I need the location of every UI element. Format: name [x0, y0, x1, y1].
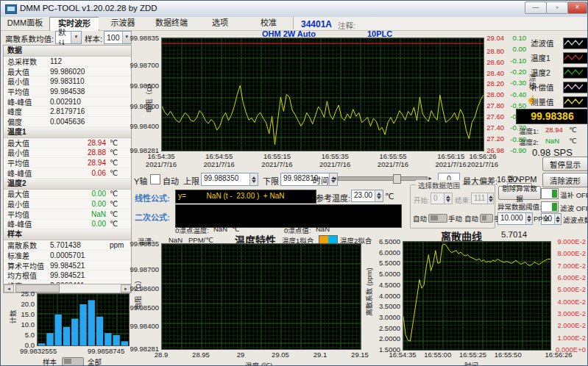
- axis-tick: 25.0: [21, 290, 35, 298]
- axis-tick: 0.10: [513, 34, 527, 42]
- axis-tick: 5.0: [25, 331, 35, 339]
- clear-waveform-button[interactable]: 清除波形: [542, 173, 588, 187]
- axis-tick: 27.20: [486, 134, 504, 142]
- legend-item-5[interactable]: 测量值: [531, 96, 588, 107]
- dispersion-right-axis: 9.000E-28.000E-27.000E-26.000E-25.000E-2…: [551, 241, 587, 349]
- spinner-arrows[interactable]: [525, 213, 532, 224]
- scroll-left-icon[interactable]: ◄: [4, 284, 14, 293]
- axis-tick: 6.000E-2: [557, 273, 586, 281]
- spinner-arrows[interactable]: [444, 193, 452, 204]
- axis-tick: 2.5000: [379, 323, 400, 331]
- upper-limit-input[interactable]: 99.988350: [201, 173, 258, 186]
- stat-row: 偏度0.0045636: [4, 117, 131, 127]
- spinner-arrows[interactable]: [554, 214, 561, 224]
- axis-tick: 99.98600: [130, 81, 159, 89]
- legend-item-1[interactable]: 滤波值: [531, 37, 588, 49]
- close-button[interactable]: ×: [567, 1, 587, 14]
- temp-comp-checkbox[interactable]: [541, 188, 559, 199]
- axis-tick: 4.000E-2: [557, 297, 586, 305]
- axis-tick: 29.15: [351, 351, 369, 359]
- linear-formula-label: 线性公式:: [135, 192, 170, 204]
- range-start-input[interactable]: 0: [431, 193, 453, 204]
- filter-points-label: 滤波点数: [563, 215, 588, 225]
- tab-calibration[interactable]: 校准: [244, 17, 294, 29]
- histogram-yaxis: 25.020.015.010.05.00.0: [18, 293, 35, 345]
- legend-label: 补偿值: [531, 82, 563, 93]
- axis-tick: -0.90: [510, 146, 526, 154]
- outlier-threshold-unit: PPM: [534, 215, 549, 223]
- temp2-readout-value: NaN: [545, 137, 559, 145]
- axis-tick: 3.000E-2: [557, 309, 586, 317]
- axis-tick: 7.000E-2: [557, 261, 586, 269]
- dispersion-mean-dropdown[interactable]: 默认 ▼: [55, 31, 82, 44]
- axis-tick: 27.60: [486, 112, 504, 121]
- axis-tick: 16:55:00: [424, 351, 451, 359]
- legend-label: 测量值: [531, 96, 563, 107]
- dispersion-plot: [403, 241, 551, 351]
- outlier-threshold-input[interactable]: 10.000: [497, 212, 533, 225]
- spinner-arrows[interactable]: [487, 193, 493, 204]
- axis-tick: -0.20: [510, 67, 526, 75]
- histogram-xmax: 99.9858745: [88, 347, 124, 355]
- spinner-arrows[interactable]: [249, 173, 258, 185]
- slider-thumb[interactable]: [393, 174, 401, 184]
- axis-tick: -0.30: [510, 79, 526, 87]
- spinner-arrows[interactable]: [375, 190, 383, 201]
- temp2-readout-label: 温度2:: [519, 137, 539, 147]
- axis-tick: 5.000E-2: [557, 285, 586, 293]
- axis-tick: 4.0000: [379, 291, 400, 299]
- legend-item-3[interactable]: 温度2: [531, 67, 588, 78]
- axis-tick: 16:54:35: [389, 351, 417, 359]
- slider-left-icon[interactable]: ◄: [332, 176, 338, 181]
- axis-tick: 5.5000: [379, 259, 400, 267]
- minimize-button[interactable]: —: [525, 1, 547, 14]
- axis-tick: 99.98500: [130, 101, 159, 110]
- temp1-readout-unit: ℃: [569, 126, 577, 134]
- histogram-xmin: 99.9832555: [20, 347, 57, 355]
- stats-section-header: 温度1: [4, 127, 131, 138]
- pause-display-button[interactable]: 暂停显示: [542, 157, 588, 171]
- legend-item-4[interactable]: 补偿值: [531, 82, 588, 93]
- remove-outliers-button[interactable]: 剔除异常数据: [498, 186, 541, 200]
- axis-tick: 10.0: [21, 320, 35, 329]
- filter-checkbox[interactable]: [541, 201, 559, 212]
- temp-char-yaxis: 99.9883599.9870099.9860099.9850099.98400…: [126, 243, 160, 348]
- range-start-auto-label: 自动: [413, 213, 427, 223]
- axis-tick: 16:54:352021/7/16: [146, 152, 177, 168]
- stats-section-header: 样本: [4, 229, 131, 240]
- app-icon: [5, 4, 17, 14]
- axis-tick: 16:55:152021/7/16: [261, 152, 292, 168]
- sample-count-label: 样本:: [85, 33, 102, 44]
- range-start-auto-toggle[interactable]: [428, 214, 447, 223]
- stat-row: 峰-峰值0.06℃: [4, 168, 131, 179]
- temp-comp-label: 温补 OFF: [560, 190, 588, 200]
- temp-char-xlabel: 温度 (℃): [245, 360, 272, 366]
- legend-label: 温度2: [531, 67, 563, 78]
- axis-tick: 27.40: [486, 123, 504, 131]
- waveform-icon: [563, 67, 588, 79]
- temp2-readout-unit: ℃: [569, 137, 577, 145]
- ref-temp-label: 参考温度:: [316, 192, 350, 204]
- axis-tick: -0.50: [510, 101, 526, 109]
- maximize-button[interactable]: ▫: [546, 1, 568, 14]
- tab-options[interactable]: 选项: [196, 17, 245, 29]
- axis-tick: 29.1: [314, 351, 327, 359]
- main-waveform-plot: [161, 37, 484, 151]
- range-end-auto-toggle[interactable]: [480, 214, 493, 223]
- waveform-icon: [563, 52, 588, 64]
- hist-all-label: 全部: [88, 356, 102, 366]
- dispersion-xaxis: 16:54:3516:55:0016:55:2516:55:5016:56:26: [403, 351, 559, 359]
- ref-temp-input[interactable]: 23.00: [351, 190, 383, 202]
- sample-all-toggle[interactable]: [62, 357, 84, 366]
- range-end-input[interactable]: 111: [471, 193, 494, 204]
- tab-oscilloscope[interactable]: 示波器: [99, 17, 148, 29]
- title-bar[interactable]: DMM PC-TOOL v1.20.02.28 by ZDD — ▫ ×: [1, 1, 587, 18]
- legend-item-2[interactable]: 温度1: [531, 52, 588, 63]
- tab-data-terminal[interactable]: 数据终端: [147, 17, 196, 29]
- yaxis-auto-checkbox[interactable]: [150, 174, 160, 184]
- tab-dmm-panel[interactable]: DMM面板: [1, 17, 50, 29]
- axis-tick: 27.80: [486, 101, 504, 110]
- dropdown-arrow-icon[interactable]: ▼: [71, 32, 81, 43]
- axis-tick: 16:55:50: [495, 351, 522, 359]
- lower-limit-input[interactable]: 99.982810: [280, 173, 338, 186]
